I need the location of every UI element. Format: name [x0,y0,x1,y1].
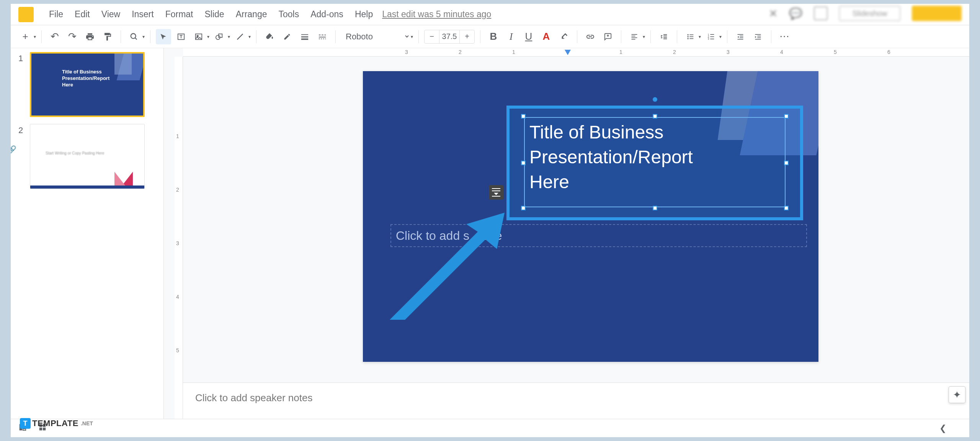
more-button[interactable]: ⋯ [777,29,792,44]
ruler-indent-marker-icon[interactable] [564,49,572,56]
menu-edit[interactable]: Edit [75,9,90,20]
chevron-down-icon[interactable]: ▾ [34,34,36,39]
svg-point-25 [688,34,689,35]
insert-comment-button[interactable] [600,29,616,44]
new-slide-button[interactable]: + [18,29,33,44]
line-spacing-button[interactable] [656,29,671,44]
title-textbox-selection[interactable]: Title of Business Presentation/Report He… [506,106,803,220]
shape-button[interactable] [212,29,227,44]
insert-link-button[interactable] [583,29,598,44]
select-tool-button[interactable] [156,29,171,44]
chevron-down-icon[interactable]: ▾ [699,34,701,39]
svg-rect-26 [689,34,693,35]
speaker-notes-input[interactable]: Click to add speaker notes [183,382,969,425]
border-dash-button[interactable] [315,29,330,44]
svg-rect-41 [755,34,761,35]
menu-tools[interactable]: Tools [279,9,299,20]
selection-handle-icon[interactable] [521,114,526,119]
vertical-ruler[interactable]: 1 2 3 4 5 [175,57,183,425]
chevron-down-icon[interactable]: ▾ [411,34,413,39]
title-text[interactable]: Title of Business Presentation/Report He… [529,120,780,194]
decrease-indent-button[interactable] [733,29,748,44]
chevron-down-icon[interactable]: ▾ [142,34,145,39]
underline-button[interactable]: U [521,29,536,44]
selection-handle-icon[interactable] [784,206,789,210]
chevron-down-icon[interactable]: ▾ [643,34,645,39]
print-button[interactable] [82,29,98,44]
increase-font-button[interactable]: + [460,30,474,44]
menu-addons[interactable]: Add-ons [310,9,343,20]
paint-format-button[interactable] [100,29,115,44]
text-color-button[interactable]: A [539,29,554,44]
svg-rect-12 [322,34,323,35]
explore-button[interactable]: ✦ [949,386,965,403]
slideshow-button[interactable]: Slideshow [839,6,900,21]
decrease-font-button[interactable]: − [425,30,439,44]
menu-insert[interactable]: Insert [132,9,154,20]
image-button[interactable] [191,29,206,44]
numbered-list-button[interactable]: 123 [703,29,719,44]
svg-text:3: 3 [708,37,709,40]
template-logo-icon: T [20,418,31,429]
slide-thumbnail-2[interactable]: Start Writing or Copy Pasting Here [30,124,145,189]
thumb-number: 2 [18,124,30,189]
autofit-icon[interactable] [489,185,503,200]
increase-indent-button[interactable] [750,29,766,44]
selection-handle-icon[interactable] [784,114,789,119]
menu-arrange[interactable]: Arrange [236,9,267,20]
svg-rect-10 [301,38,308,40]
menu-slide[interactable]: Slide [205,9,224,20]
last-edit-link[interactable]: Last edit was 5 minutes ago [382,9,491,20]
chevron-down-icon[interactable]: ▾ [719,34,722,39]
highlight-color-button[interactable] [556,29,572,44]
link-icon: 🔗 [11,145,16,154]
selection-handle-icon[interactable] [521,161,526,165]
font-size-value[interactable]: 37.5 [439,30,460,44]
svg-rect-8 [301,34,308,35]
font-select[interactable]: Roboto [341,30,410,43]
textbox-button[interactable] [173,29,189,44]
svg-point-27 [688,36,689,37]
thumb1-title: Title of Business Presentation/Report He… [62,69,109,88]
svg-point-29 [688,38,689,39]
rotate-handle-icon[interactable] [653,97,657,102]
slide-thumbnail-1[interactable]: Title of Business Presentation/Report He… [30,52,145,117]
notes-resize-handle[interactable] [599,48,614,50]
comment-icon[interactable]: 💬 [789,7,802,20]
canvas-area[interactable]: 3 2 1 1 2 3 4 5 6 1 2 3 4 5 [164,48,969,425]
bold-button[interactable]: B [486,29,501,44]
svg-rect-36 [710,39,714,39]
close-icon[interactable]: ✕ [769,7,777,20]
fill-color-button[interactable] [262,29,277,44]
chevron-down-icon[interactable]: ▾ [228,34,230,39]
selection-handle-icon[interactable] [653,206,657,210]
selection-handle-icon[interactable] [784,161,789,165]
italic-button[interactable]: I [503,29,519,44]
chevron-down-icon[interactable]: ▾ [207,34,209,39]
slides-logo-icon[interactable] [18,7,34,22]
border-color-button[interactable] [279,29,295,44]
undo-button[interactable]: ↶ [47,29,62,44]
present-icon[interactable] [814,7,828,20]
horizontal-ruler[interactable]: 3 2 1 1 2 3 4 5 6 [183,48,969,57]
line-button[interactable] [232,29,248,44]
redo-button[interactable]: ↷ [65,29,80,44]
zoom-button[interactable] [126,29,142,44]
menu-file[interactable]: File [49,9,63,20]
menu-format[interactable]: Format [165,9,193,20]
slide-canvas[interactable]: Click to add subtitle Tit [363,71,818,362]
thumb-number: 1 [18,52,30,117]
share-button[interactable] [912,6,962,21]
svg-line-1 [135,37,137,39]
chevron-down-icon[interactable]: ▾ [248,34,251,39]
menu-help[interactable]: Help [355,9,373,20]
menu-view[interactable]: View [101,9,120,20]
collapse-panel-button[interactable]: ❮ [939,423,946,433]
font-size-stepper[interactable]: − 37.5 + [424,30,475,44]
align-button[interactable] [627,29,642,44]
bullet-list-button[interactable] [683,29,698,44]
selection-handle-icon[interactable] [521,206,526,210]
bottom-bar: ❮ [11,419,969,437]
border-weight-button[interactable] [297,29,312,44]
selection-handle-icon[interactable] [653,114,657,119]
